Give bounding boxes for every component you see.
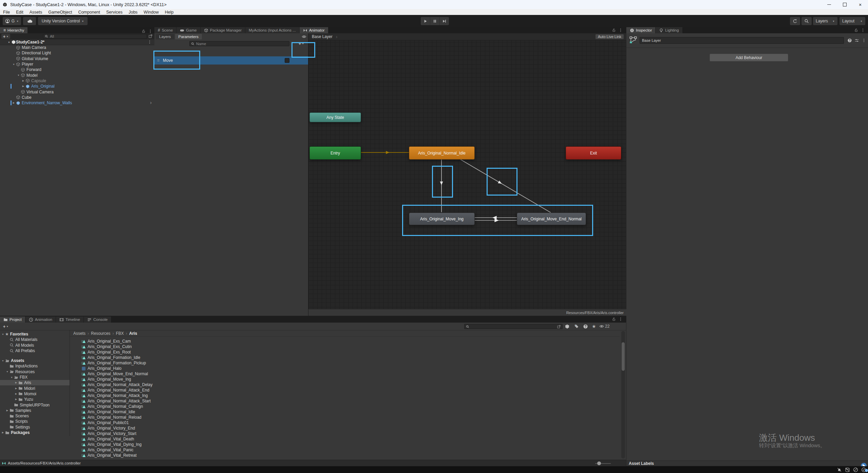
search-everywhere-button[interactable]	[801, 17, 812, 25]
create-asset-button[interactable]: + ▼	[1, 324, 10, 329]
asset-labels-header[interactable]: Asset Labels	[626, 460, 868, 466]
folder-item-fbx[interactable]: ▼FBX	[0, 375, 70, 380]
popout-icon[interactable]	[148, 34, 153, 38]
lock-icon[interactable]	[612, 28, 616, 32]
asset-aris_original_exs_root[interactable]: Aris_Original_Exs_Root	[70, 349, 619, 355]
search-by-type-icon[interactable]	[565, 324, 570, 329]
folder-item-aris[interactable]: ▶Aris	[0, 380, 70, 385]
hierarchy-item-capsule[interactable]: ▶Capsule	[0, 78, 154, 84]
asset-aris_original_exs_cutin[interactable]: Aris_Original_Exs_Cutin	[70, 344, 619, 349]
version-control-button[interactable]: Unity Version Control ▼	[38, 17, 88, 25]
state-node-exit[interactable]: Exit	[566, 146, 621, 160]
layers-dropdown[interactable]: Layers ▼	[813, 17, 837, 25]
project-search-input[interactable]	[470, 324, 556, 329]
animator-graph[interactable]: Base Layer › Auto Live Link Any StateEnt…	[308, 33, 626, 316]
tab-hierarchy[interactable]: ≡ Hierarchy	[0, 27, 27, 33]
breadcrumb-resources[interactable]: Resources	[91, 331, 110, 336]
kebab-menu-icon[interactable]	[861, 28, 865, 32]
play-button[interactable]	[421, 17, 430, 25]
menu-component[interactable]: Component	[75, 10, 103, 15]
hierarchy-search-field[interactable]	[43, 34, 147, 39]
foldout-closed-icon[interactable]: ▶	[5, 409, 10, 412]
popout-icon[interactable]	[557, 325, 561, 329]
scrollbar[interactable]	[621, 331, 625, 458]
foldout-open-icon[interactable]: ▼	[10, 376, 14, 379]
foldout-closed-icon[interactable]: ▶	[14, 381, 18, 384]
hierarchy-item-player[interactable]: ▼Player	[0, 61, 154, 67]
foldout-open-icon[interactable]: ▼	[16, 74, 21, 76]
favorites-item-all-models[interactable]: All Models	[0, 343, 70, 348]
layout-dropdown[interactable]: Layout ▼	[839, 17, 865, 25]
asset-aris_original_formation_idle[interactable]: Aris_Original_Formation_Idle	[70, 355, 619, 360]
foldout-closed-icon[interactable]: ▶	[1, 431, 5, 434]
hierarchy-item-aris-original[interactable]: ▶Aris_Original	[0, 84, 154, 89]
favorites-item-all-materials[interactable]: All Materials	[0, 337, 70, 342]
menu-file[interactable]: File	[0, 10, 13, 15]
menu-assets[interactable]: Assets	[26, 10, 45, 15]
collab-disabled-icon[interactable]	[853, 467, 858, 472]
create-button[interactable]: + ▼	[1, 34, 10, 39]
asset-aris_original_victory_end[interactable]: Aris_Original_Victory_End	[70, 425, 619, 431]
folder-item-samples[interactable]: ▶Samples	[0, 408, 70, 413]
hierarchy-search-input[interactable]	[49, 34, 145, 39]
account-button[interactable]: G ▼	[3, 17, 21, 25]
folder-item-yuzu[interactable]: ▶Yuzu	[0, 397, 70, 402]
kebab-menu-icon[interactable]	[619, 28, 623, 32]
favorites-item-favorites[interactable]: ▼★Favorites	[0, 331, 70, 337]
kebab-menu-icon[interactable]	[619, 317, 623, 321]
breadcrumb-aris[interactable]: Aris	[129, 331, 137, 336]
folder-item-midori[interactable]: ▶Midori	[0, 385, 70, 391]
hierarchy-item-model[interactable]: ▼Model	[0, 72, 154, 78]
hierarchy-item-global-volume[interactable]: Global Volume	[0, 56, 154, 61]
notifications-muted-icon[interactable]	[837, 467, 842, 472]
close-button[interactable]: ×	[852, 0, 868, 9]
tab-lighting[interactable]: Lighting	[656, 27, 682, 33]
tab-animation[interactable]: Animation	[25, 316, 56, 323]
lock-icon[interactable]	[141, 29, 146, 33]
asset-aris_original_move_ing[interactable]: Aris_Original_Move_Ing	[70, 377, 619, 382]
menu-help[interactable]: Help	[162, 10, 177, 15]
scene-header-row[interactable]: ▼ StudyCase1-2*	[0, 39, 154, 45]
search-by-label-icon[interactable]	[574, 324, 579, 329]
cloud-button[interactable]	[23, 17, 36, 25]
auto-live-link-button[interactable]: Auto Live Link	[596, 34, 624, 39]
breadcrumb-assets[interactable]: Assets	[73, 331, 86, 336]
foldout-open-icon[interactable]: ▼	[7, 41, 11, 43]
scrollbar-thumb[interactable]	[622, 342, 625, 371]
state-node-entry[interactable]: Entry	[309, 146, 361, 160]
tab-timeline[interactable]: Timeline	[56, 316, 83, 323]
zoom-slider-thumb[interactable]	[597, 461, 601, 465]
asset-aris_original_vital_retreat[interactable]: Aris_Original_Vital_Retreat	[70, 453, 619, 458]
help-icon[interactable]	[847, 38, 852, 43]
kebab-menu-icon[interactable]	[862, 38, 866, 42]
step-button[interactable]	[440, 17, 449, 25]
asset-aris_original_move_end_normal[interactable]: Aris_Original_Move_End_Normal	[70, 371, 619, 377]
foldout-closed-icon[interactable]: ▶	[14, 393, 18, 395]
state-node-any-state[interactable]: Any State	[309, 112, 361, 122]
favorites-star-icon[interactable]: ★	[592, 324, 596, 329]
foldout-closed-icon[interactable]: ▶	[21, 79, 25, 82]
asset-aris_original_normal_reload[interactable]: Aris_Original_Normal_Reload	[70, 415, 619, 420]
lock-icon[interactable]	[612, 317, 616, 321]
layer-name-input[interactable]	[641, 38, 842, 43]
foldout-open-icon[interactable]: ▼	[1, 360, 5, 362]
lock-icon[interactable]	[854, 28, 858, 32]
asset-aris_original_normal_attack_delay[interactable]: Aris_Original_Normal_Attack_Delay	[70, 382, 619, 387]
asset-aris_original_normal_callsign[interactable]: Aris_Original_Normal_Callsign	[70, 404, 619, 409]
tab-animator[interactable]: Animator	[300, 27, 328, 33]
project-search-field[interactable]	[464, 324, 563, 329]
menu-window[interactable]: Window	[140, 10, 162, 15]
folder-item-packages[interactable]: ▶Packages	[0, 430, 70, 435]
folder-item-settings[interactable]: Settings	[0, 424, 70, 430]
asset-aris_original_exs_cam[interactable]: Aris_Original_Exs_Cam	[70, 339, 619, 344]
breadcrumb[interactable]: Base Layer	[312, 34, 333, 39]
asset-aris_original_public01[interactable]: Aris_Original_Public01	[70, 420, 619, 425]
folder-item-resources[interactable]: ▼Resources	[0, 369, 70, 375]
hierarchy-item-forward[interactable]: Forward	[0, 67, 154, 72]
foldout-closed-icon[interactable]: ▶	[14, 398, 18, 401]
kebab-menu-icon[interactable]	[148, 29, 152, 33]
foldout-closed-icon[interactable]: ▶	[14, 387, 18, 390]
parameter-bool-checkbox[interactable]	[285, 58, 289, 63]
add-behaviour-button[interactable]: Add Behaviour	[710, 54, 788, 61]
pause-button[interactable]	[430, 17, 440, 25]
